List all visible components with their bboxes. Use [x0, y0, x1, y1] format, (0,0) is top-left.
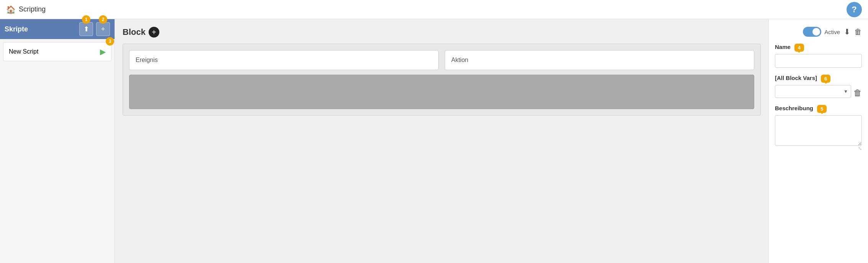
- block-container: Ereignis Aktion: [123, 44, 761, 116]
- right-top-row: Active ⬇ 🗑: [775, 27, 862, 37]
- vars-label: [All Block Vars]: [775, 75, 817, 81]
- help-button[interactable]: ?: [847, 2, 862, 17]
- beschreibung-label: Beschreibung: [775, 105, 813, 111]
- badge-5: 5: [817, 105, 827, 113]
- ereignis-field[interactable]: Ereignis: [129, 50, 439, 70]
- script-item[interactable]: New Script ▶ 3: [3, 42, 111, 61]
- toggle-thumb: [812, 28, 820, 36]
- center-panel: Block + Ereignis Aktion: [115, 19, 768, 263]
- add-script-button[interactable]: +: [96, 22, 110, 36]
- add-block-button[interactable]: +: [149, 27, 159, 38]
- block-code-area[interactable]: [129, 75, 754, 109]
- badge-4: 4: [794, 44, 804, 52]
- name-section: Name 4: [775, 44, 862, 68]
- download-button[interactable]: ⬇: [844, 27, 850, 36]
- badge-6: 6: [821, 75, 830, 83]
- script-name: New Script: [9, 48, 38, 55]
- name-input[interactable]: [775, 54, 862, 68]
- active-toggle[interactable]: Active: [803, 27, 840, 37]
- badge-2: 2: [99, 15, 107, 24]
- sidebar-header: Skripte 1 ⬆ 2 +: [0, 19, 115, 39]
- aktion-field[interactable]: Aktion: [445, 50, 754, 70]
- vars-section: [All Block Vars] 6 ▼ 🗑: [775, 75, 862, 98]
- badge-3: 3: [106, 37, 114, 46]
- delete-var-button[interactable]: 🗑: [853, 88, 862, 98]
- nav-title: Scripting: [19, 5, 46, 13]
- beschreibung-textarea[interactable]: [775, 115, 862, 146]
- delete-script-button[interactable]: 🗑: [854, 28, 862, 36]
- nav-brand: 🏠 Scripting: [6, 5, 46, 14]
- resize-handle: ⤡: [775, 146, 862, 151]
- vars-select-wrap: ▼: [775, 85, 851, 98]
- add-badge-btn: 2 +: [96, 22, 110, 36]
- toggle-track[interactable]: [803, 27, 821, 37]
- run-icon: ▶: [100, 47, 106, 56]
- upload-button[interactable]: ⬆: [79, 22, 93, 36]
- sidebar: Skripte 1 ⬆ 2 + New Script ▶: [0, 19, 115, 263]
- block-title: Block: [123, 27, 146, 37]
- toggle-label: Active: [824, 29, 840, 35]
- script-list: New Script ▶ 3: [0, 39, 115, 263]
- home-icon: 🏠: [6, 5, 16, 14]
- block-header: Block +: [123, 27, 761, 38]
- right-panel: Active ⬇ 🗑 Name 4 [All Block Vars] 6: [768, 19, 868, 263]
- vars-row: ▼ 🗑: [775, 85, 862, 98]
- sidebar-actions: 1 ⬆ 2 +: [79, 22, 110, 36]
- beschreibung-section: Beschreibung 5 ⤡: [775, 105, 862, 151]
- badge-1: 1: [82, 15, 90, 24]
- name-label: Name: [775, 44, 791, 50]
- main-layout: Skripte 1 ⬆ 2 + New Script ▶: [0, 19, 868, 263]
- top-nav: 🏠 Scripting ?: [0, 0, 868, 19]
- vars-select[interactable]: [775, 85, 851, 98]
- block-fields-row: Ereignis Aktion: [129, 50, 754, 70]
- upload-badge-btn: 1 ⬆: [79, 22, 93, 36]
- sidebar-title: Skripte: [5, 25, 28, 33]
